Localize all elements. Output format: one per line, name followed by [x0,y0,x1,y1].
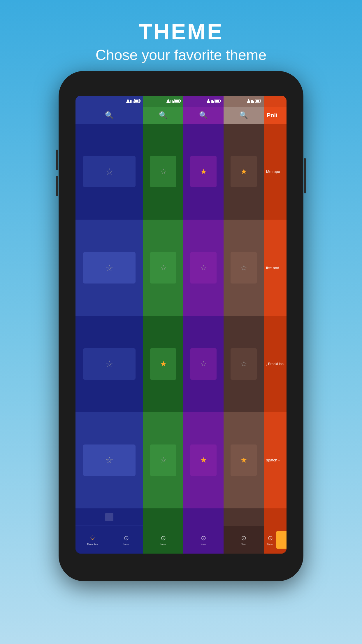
near-label-green: Near [160,543,166,546]
list-brown: ★ ☆ ☆ ★ [224,124,264,526]
star-icon-blue-2: ☆ [106,263,113,273]
card-blue-4: ☆ [83,444,136,476]
nav-item-near-green[interactable]: ⊙ Near [143,534,183,546]
status-bar-blue [75,96,143,107]
list-item-green-4[interactable]: ☆ [143,412,183,508]
nav-item-near-orange[interactable]: ⊙ Near [264,534,276,546]
svg-rect-24 [253,101,254,103]
near-icon-brown: ⊙ [241,534,246,542]
toolbar-title-orange: Poli [267,112,277,119]
toolbar-blue: 🔍 [75,107,143,124]
star-icon-purple-2: ☆ [200,263,207,272]
list-item-brown-1[interactable]: ★ [224,124,264,220]
list-item-green-2[interactable]: ☆ [143,220,183,316]
volume-button-down [56,176,58,196]
phone-screen: 🔍 ☆ ☆ ☆ [75,96,287,554]
search-icon-purple[interactable]: 🔍 [199,111,208,119]
list-item-orange-1[interactable]: Metropo [264,124,287,220]
status-bar-purple [183,96,224,107]
volume-button-up [56,150,58,170]
list-item-green-3[interactable]: ★ [143,316,183,412]
power-button [304,158,306,193]
near-label-orange: Near [267,543,273,546]
near-label-purple: Near [201,543,206,546]
svg-rect-22 [251,100,252,103]
star-icon-brown-1: ★ [240,167,247,176]
item-text-orange-1: Metropo [266,169,280,174]
status-icons-purple [207,99,221,104]
phone-frame: 🔍 ☆ ☆ ☆ [59,71,303,581]
list-item-purple-1[interactable]: ★ [183,124,224,220]
list-item-brown-3[interactable]: ☆ [224,316,264,412]
star-icon-purple-4: ★ [200,456,207,465]
star-icon-blue-3: ☆ [106,359,113,369]
list-item-orange-3[interactable]: , Brookl land [264,316,287,412]
nav-item-near-purple[interactable]: ⊙ Near [183,534,224,546]
nav-item-favorites[interactable]: ✩ Favorites [75,534,109,546]
svg-rect-10 [173,101,174,103]
partial-tab [276,531,287,549]
star-icon-brown-2: ☆ [240,263,247,272]
list-item-purple-5[interactable] [183,508,224,526]
search-icon-brown[interactable]: 🔍 [239,111,248,119]
list-item-orange-4[interactable]: spatch - [264,412,287,508]
svg-rect-2 [131,100,132,103]
theme-purple-column: 🔍 ★ ☆ ☆ [183,96,224,554]
svg-rect-17 [213,101,214,103]
svg-rect-8 [171,100,171,103]
card-blue-3: ☆ [83,348,136,380]
page: THEME Chose your favorite theme [0,0,362,644]
page-title: THEME [96,19,266,44]
list-green: ☆ ☆ ★ ☆ [143,124,183,526]
svg-rect-23 [252,100,253,103]
svg-rect-15 [211,100,212,103]
search-icon-blue[interactable]: 🔍 [105,111,114,119]
list-item-purple-3[interactable]: ☆ [183,316,224,412]
list-item-purple-4[interactable]: ★ [183,412,224,508]
list-item-blue-1[interactable]: ☆ [75,124,143,220]
svg-rect-16 [212,100,213,103]
svg-rect-20 [220,100,221,102]
star-icon-purple-3: ☆ [200,359,207,368]
svg-marker-14 [207,99,210,103]
theme-blue-column: 🔍 ☆ ☆ ☆ [75,96,143,554]
toolbar-brown: 🔍 [224,107,264,124]
list-item-blue-4[interactable]: ☆ [75,412,143,508]
theme-green-column: 🔍 ☆ ☆ ★ [143,96,183,554]
list-item-blue-5[interactable] [75,508,143,526]
status-bar-green [143,96,183,107]
scroll-indicator [105,513,113,521]
list-item-green-5[interactable] [143,508,183,526]
bottom-nav-blue: ✩ Favorites ⊙ Near [75,526,143,554]
star-icon-green-1: ☆ [160,167,167,176]
favorites-label: Favorites [87,543,98,546]
list-item-blue-3[interactable]: ☆ [75,316,143,412]
item-text-orange-4: spatch - [266,458,280,462]
toolbar-green: 🔍 [143,107,183,124]
item-text-orange-3: , Brookl land [266,362,284,366]
list-item-purple-2[interactable]: ☆ [183,220,224,316]
nav-item-near-brown[interactable]: ⊙ Near [224,534,264,546]
list-item-green-1[interactable]: ☆ [143,124,183,220]
star-icon-purple-1: ★ [200,167,207,176]
list-item-brown-2[interactable]: ☆ [224,220,264,316]
svg-rect-26 [256,100,259,102]
near-label-blue: Near [123,543,129,546]
list-item-blue-2[interactable]: ☆ [75,220,143,316]
list-item-brown-4[interactable]: ★ [224,412,264,508]
svg-rect-6 [140,100,140,102]
svg-rect-27 [261,100,261,102]
list-item-orange-2[interactable]: lice and [264,220,287,316]
nav-item-near-blue[interactable]: ⊙ Near [109,534,143,546]
list-item-orange-5[interactable] [264,508,287,526]
toolbar-orange: Poli [264,107,287,124]
list-item-brown-5[interactable] [224,508,264,526]
card-blue-1: ☆ [83,156,136,187]
star-icon-blue-1: ☆ [106,167,113,177]
svg-rect-9 [172,100,173,103]
card-blue-2: ☆ [83,252,136,284]
star-icon-blue-4: ☆ [106,455,113,465]
theme-orange-column: Poli Metropo lice and , Brookl land spat… [264,96,287,554]
status-icons-blue [126,99,141,104]
search-icon-green[interactable]: 🔍 [159,111,168,119]
